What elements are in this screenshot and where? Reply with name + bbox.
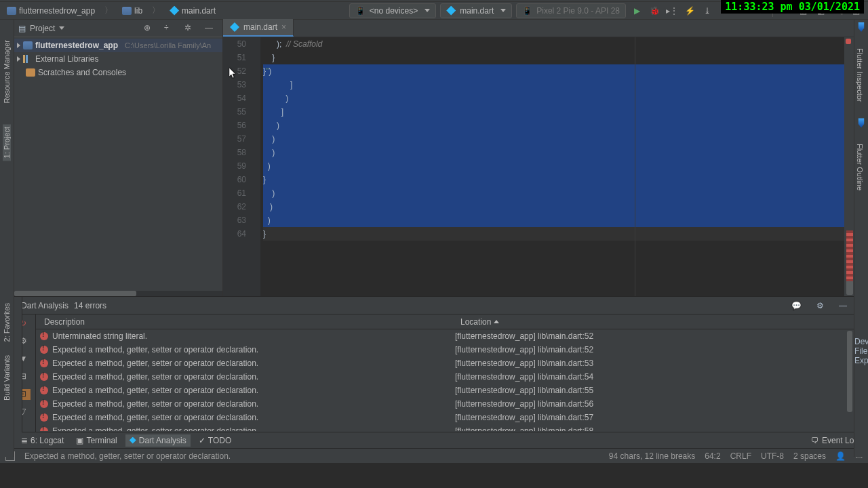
expand-arrow-icon[interactable] [17,56,20,62]
analysis-row[interactable]: Expected a method, getter, setter or ope… [36,357,854,370]
hide-icon[interactable]: — [839,301,847,310]
breadcrumb-folder[interactable]: lib [119,5,145,17]
resource-manager-tab[interactable]: Resource Manager [3,40,11,104]
code-line[interactable]: ); // Scaffold [263,37,844,51]
chevron-down-icon[interactable] [59,26,64,30]
project-tab[interactable]: 1: Project [3,124,11,161]
settings-icon[interactable]: ✲ [184,23,195,34]
code-line[interactable]: ) [263,119,844,132]
left-tool-stripe: Resource Manager 1: Project [0,20,14,296]
hot-reload-button[interactable]: ⚡ [682,3,698,19]
code-line[interactable]: ) [263,92,844,105]
status-selection: 94 chars, 12 line breaks [609,451,695,461]
status-indent[interactable]: 2 spaces [793,451,826,461]
analysis-row[interactable]: Expected a method, getter, setter or ope… [36,370,854,384]
logcat-tab[interactable]: ≣6: Logcat [17,434,68,447]
analysis-row[interactable]: Expected a method, getter, setter or ope… [36,384,854,397]
error-location: [flutternestedrow_app] lib\main.dart:55 [455,386,854,395]
error-indicator-icon[interactable] [846,39,851,44]
terminal-tab[interactable]: ▣Terminal [72,434,121,447]
error-icon [40,332,48,340]
code-line[interactable]: ) [263,186,844,200]
coverage-button[interactable]: ▸⋮ [664,3,680,19]
breadcrumb-project-label: flutternestedrow_app [19,6,95,16]
code-line[interactable]: ) [263,214,844,227]
analysis-row[interactable]: Expected a method, getter, setter or ope… [36,343,854,357]
hide-icon[interactable]: — [205,23,216,34]
analysis-panel-title[interactable]: Dart Analysis [21,301,68,310]
attach-button[interactable]: ⤓ [699,3,715,19]
chat-icon[interactable]: 💬 [791,301,802,310]
dart-icon [446,6,456,16]
locate-icon[interactable]: ⊕ [144,23,155,34]
code-line[interactable]: ) [263,159,844,173]
phone-icon: 📱 [522,6,532,16]
inspections-icon[interactable]: 👤 [835,451,846,461]
todo-tab[interactable]: ✓TODO [195,434,235,447]
emulator-selector[interactable]: 📱 Pixel 2 Pie 9.0 - API 28 [516,3,626,18]
error-icon [40,427,48,431]
bottom-tool-bar: ▭ ≣6: Logcat ▣Terminal Dart Analysis ✓TO… [0,432,868,448]
tree-external-libraries[interactable]: External Libraries [14,52,222,66]
device-file-explorer-tab[interactable]: Device File Explorer [854,296,868,365]
analysis-row[interactable]: Expected a method, getter, setter or ope… [36,411,854,424]
editor-code[interactable]: ); // Scaffold }}") ] ) ] ) ) ) )} ) ) )… [260,37,844,296]
code-line[interactable]: ] [263,78,844,92]
status-line-sep[interactable]: CRLF [730,451,751,461]
editor-marker-bar[interactable] [844,37,854,296]
code-line[interactable]: } [263,227,844,241]
run-button[interactable]: ▶ [629,3,645,19]
code-line[interactable]: ) [263,146,844,159]
error-description: Unterminated string literal. [52,331,455,341]
analysis-row[interactable]: Unterminated string literal.[flutternest… [36,329,854,343]
editor-tab-main[interactable]: main.dart × [223,19,294,37]
chevron-icon: 〉 [152,5,160,16]
expand-arrow-icon[interactable] [17,43,20,48]
expand-icon[interactable]: ÷ [164,23,175,34]
analysis-row[interactable]: Expected a method, getter, setter or ope… [36,424,854,431]
flutter-inspector-tab[interactable]: Flutter Inspector [854,35,865,115]
device-selector[interactable]: 📱 <no devices> [349,3,436,18]
error-icon [40,413,48,422]
editor-gutter[interactable]: 505152535455565758596061626364 [223,37,260,296]
code-line[interactable]: ] [263,105,844,119]
status-encoding[interactable]: UTF-8 [761,451,784,461]
favorites-tab[interactable]: 2: Favorites [3,303,11,342]
event-log-icon: 🗨 [811,436,819,445]
code-line[interactable]: } [263,51,844,64]
code-line[interactable]: ) [263,132,844,146]
column-location[interactable]: Location [455,314,854,329]
analysis-table[interactable]: Description Location Unterminated string… [36,314,854,432]
debug-button[interactable]: 🐞 [646,3,663,19]
tree-item-label: Scratches and Consoles [38,68,126,77]
status-caret-pos[interactable]: 64:2 [705,451,720,461]
tree-root[interactable]: flutternestedrow_app C:\Users\Lorilla Fa… [14,39,222,52]
error-location: [flutternestedrow_app] lib\main.dart:53 [455,359,854,368]
logcat-icon: ≣ [21,436,28,445]
phone-icon: 📱 [355,6,366,16]
run-config-selector[interactable]: main.dart [440,3,512,18]
close-icon[interactable]: × [281,22,286,32]
flutter-outline-tab[interactable]: Flutter Outline [854,130,865,204]
sort-asc-icon [494,320,499,323]
error-stripe[interactable] [846,230,853,281]
settings-icon[interactable]: ⚙ [816,301,824,310]
build-variants-tab[interactable]: Build Variants [3,355,11,401]
column-description[interactable]: Description [36,314,455,329]
project-tree[interactable]: flutternestedrow_app C:\Users\Lorilla Fa… [14,37,222,291]
code-line[interactable]: } [263,173,844,186]
scratches-icon [26,68,35,77]
emulator-label: Pixel 2 Pie 9.0 - API 28 [536,6,620,16]
code-line[interactable]: ) [263,200,844,214]
tree-scrollbar[interactable] [14,291,222,296]
code-line[interactable]: }") [263,64,844,78]
tree-scratches[interactable]: Scratches and Consoles [14,66,222,79]
device-label: <no devices> [370,6,418,16]
dart-analysis-tab[interactable]: Dart Analysis [125,434,191,447]
analysis-scrollbar[interactable] [847,331,852,412]
project-panel-title[interactable]: Project [30,24,55,33]
error-location: [flutternestedrow_app] lib\main.dart:57 [455,413,854,422]
analysis-row[interactable]: Expected a method, getter, setter or ope… [36,397,854,411]
breadcrumb-file[interactable]: main.dart [167,5,218,17]
breadcrumb-project[interactable]: flutternestedrow_app [4,5,98,17]
